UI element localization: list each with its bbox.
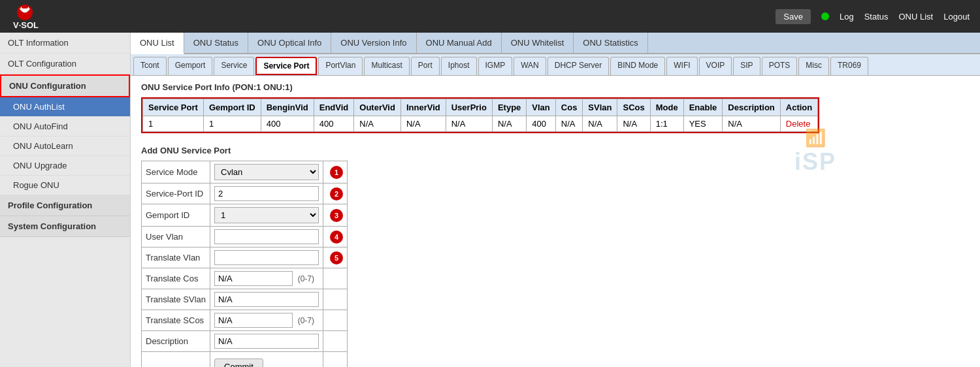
sub-tab-service-port[interactable]: Service Port — [255, 57, 317, 75]
sidebar-item-onu-config[interactable]: ONU Configuration — [0, 74, 130, 97]
sub-tab-service[interactable]: Service — [214, 57, 254, 75]
table-cell: 1 — [203, 116, 261, 132]
sidebar-item-rogue-onu[interactable]: Rogue ONU — [0, 176, 130, 195]
onu-list-link[interactable]: ONU List — [899, 12, 934, 22]
col-etype: Etype — [492, 99, 526, 116]
sub-tab-pots[interactable]: POTS — [762, 57, 798, 75]
sub-tab-misc[interactable]: Misc — [798, 57, 829, 75]
log-link[interactable]: Log — [840, 12, 854, 22]
badge-2: 2 — [330, 187, 343, 200]
sidebar-item-onu-autofind[interactable]: ONU AutoFind — [0, 117, 130, 136]
table-cell: N/A — [354, 116, 401, 132]
col-userprio: UserPrio — [446, 99, 492, 116]
header: V·SOL Save Log Status ONU List Logout — [0, 0, 980, 33]
sub-tab-portvlan[interactable]: PortVlan — [318, 57, 363, 75]
table-cell: N/A — [446, 116, 492, 132]
tab-onu-status[interactable]: ONU Status — [184, 33, 248, 53]
section-title: ONU Service Port Info (PON:1 ONU:1) — [141, 82, 970, 92]
sidebar-item-olt-info[interactable]: OLT Information — [0, 33, 130, 54]
label-translate-vlan: Translate Vlan — [142, 247, 210, 268]
delete-link[interactable]: Delete — [786, 119, 811, 129]
input-user-vlan[interactable] — [214, 229, 319, 244]
col-cos: Cos — [555, 99, 583, 116]
sidebar-item-onu-upgrade[interactable]: ONU Upgrade — [0, 156, 130, 176]
select-gemport-id[interactable]: 1 2 3 — [214, 207, 319, 223]
col-scos: SCos — [617, 99, 650, 116]
form-row-translate-vlan: Translate Vlan 5 — [142, 247, 348, 268]
commit-button[interactable]: Commit — [214, 359, 263, 367]
input-translate-scos[interactable] — [214, 313, 293, 328]
sub-tab-iphost[interactable]: Iphost — [441, 57, 477, 75]
vsol-logo: V·SOL — [10, 2, 40, 31]
label-user-vlan: User Vlan — [142, 227, 210, 247]
col-svlan: SVlan — [583, 99, 617, 116]
sub-tab-voip[interactable]: VOIP — [699, 57, 732, 75]
sub-tab-sip[interactable]: SIP — [733, 57, 760, 75]
svg-text:V·SOL: V·SOL — [13, 20, 39, 30]
col-vlan: Vlan — [527, 99, 555, 116]
add-section-title: Add ONU Service Port — [141, 146, 970, 155]
col-benginvid: BenginVid — [261, 99, 314, 116]
input-service-port-id[interactable] — [214, 186, 319, 201]
sub-tab-port[interactable]: Port — [411, 57, 440, 75]
table-cell: N/A — [617, 116, 650, 132]
form-row-translate-cos: Translate Cos (0-7) — [142, 268, 348, 289]
col-outervid: OuterVid — [354, 99, 401, 116]
label-service-port-id: Service-Port ID — [142, 184, 210, 204]
sub-tabs: Tcont Gemport Service Service Port PortV… — [131, 54, 980, 76]
sidebar-item-onu-authlist[interactable]: ONU AuthList — [0, 97, 130, 117]
col-endvid: EndVid — [314, 99, 354, 116]
form-row-commit: Commit — [142, 352, 348, 368]
save-button[interactable]: Save — [776, 9, 811, 24]
badge-1: 1 — [330, 166, 343, 179]
sidebar-item-profile-config[interactable]: Profile Configuration — [0, 195, 130, 216]
tab-onu-whitelist[interactable]: ONU Whitelist — [502, 33, 574, 53]
label-gemport-id: Gemport ID — [142, 204, 210, 227]
page-content: 📶 iSP ONU Service Port Info (PON:1 ONU:1… — [131, 76, 980, 367]
table-cell: N/A — [555, 116, 583, 132]
table-cell: YES — [683, 116, 723, 132]
content-area: ONU List ONU Status ONU Optical Info ONU… — [131, 33, 980, 367]
add-service-port-form: Service Mode Cvlan Translate Transparent… — [141, 161, 348, 367]
table-cell: 400 — [527, 116, 555, 132]
tab-onu-optical-info[interactable]: ONU Optical Info — [248, 33, 331, 53]
sub-tab-tcont[interactable]: Tcont — [133, 57, 167, 75]
sub-tab-igmp[interactable]: IGMP — [478, 57, 513, 75]
select-service-mode[interactable]: Cvlan Translate Transparent — [214, 164, 319, 180]
sidebar-item-onu-autolearn[interactable]: ONU AutoLearn — [0, 136, 130, 156]
sidebar-item-system-config[interactable]: System Configuration — [0, 216, 130, 237]
sub-tab-gemport[interactable]: Gemport — [168, 57, 213, 75]
sidebar-item-olt-config[interactable]: OLT Configuration — [0, 54, 130, 74]
input-translate-cos[interactable] — [214, 271, 293, 286]
input-translate-svlan[interactable] — [214, 292, 319, 307]
sub-tab-tr069[interactable]: TR069 — [830, 57, 868, 75]
input-description[interactable] — [214, 334, 319, 349]
col-innervid: InnerVid — [400, 99, 446, 116]
sub-tab-bind-mode[interactable]: BIND Mode — [610, 57, 665, 75]
table-cell: 1:1 — [650, 116, 683, 132]
form-row-translate-svlan: Translate SVlan — [142, 289, 348, 310]
tab-onu-statistics[interactable]: ONU Statistics — [574, 33, 648, 53]
sub-tab-wan[interactable]: WAN — [514, 57, 546, 75]
form-row-service-port-id: Service-Port ID 2 — [142, 184, 348, 204]
label-description: Description — [142, 331, 210, 352]
hint-translate-cos: (0-7) — [295, 274, 314, 283]
table-cell: N/A — [400, 116, 446, 132]
logout-link[interactable]: Logout — [943, 12, 970, 22]
sub-tab-multicast[interactable]: Multicast — [364, 57, 409, 75]
label-translate-scos: Translate SCos — [142, 310, 210, 331]
sub-tab-dhcp-server[interactable]: DHCP Server — [547, 57, 609, 75]
table-cell: 400 — [314, 116, 354, 132]
table-cell: N/A — [492, 116, 526, 132]
service-port-table-container: Service Port Gemport ID BenginVid EndVid… — [141, 97, 819, 133]
tab-onu-manual-add[interactable]: ONU Manual Add — [417, 33, 502, 53]
status-link[interactable]: Status — [864, 12, 889, 22]
tab-onu-list[interactable]: ONU List — [131, 33, 184, 54]
tab-onu-version-info[interactable]: ONU Version Info — [331, 33, 416, 53]
service-port-table: Service Port Gemport ID BenginVid EndVid… — [142, 99, 818, 132]
sub-tab-wifi[interactable]: WIFI — [666, 57, 697, 75]
badge-3: 3 — [330, 209, 343, 222]
table-cell: N/A — [583, 116, 617, 132]
logo-area: V·SOL — [10, 2, 45, 31]
input-translate-vlan[interactable] — [214, 250, 319, 265]
